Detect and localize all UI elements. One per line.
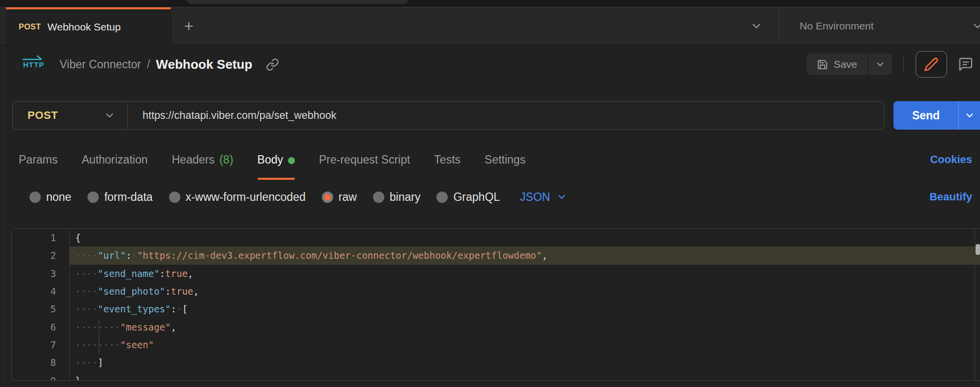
radio-icon — [169, 192, 180, 203]
radio-label: form-data — [104, 191, 152, 204]
tab-body[interactable]: Body — [258, 153, 295, 180]
tab-pre-request-script[interactable]: Pre-request Script — [319, 153, 410, 180]
method-chevron-down-icon — [104, 110, 115, 121]
tab-count-badge: (8) — [219, 153, 233, 166]
line-number: 4 — [12, 286, 69, 297]
comment-icon — [958, 56, 974, 72]
tab-label: Pre-request Script — [319, 153, 410, 166]
radio-label: binary — [390, 191, 421, 204]
comment-button[interactable] — [958, 56, 974, 72]
breadcrumb-request-title[interactable]: Webhook Setup — [156, 57, 252, 72]
save-button[interactable]: Save — [807, 54, 867, 75]
postman-window: POST Webhook Setup + No Environment HTTP… — [0, 0, 980, 387]
tab-params[interactable]: Params — [19, 153, 58, 180]
line-content: ····"url":·"https://cim-dev3.expertflow.… — [69, 247, 980, 264]
tab-settings[interactable]: Settings — [485, 153, 525, 180]
indent-guide — [99, 318, 99, 355]
tab-authorization[interactable]: Authorization — [82, 153, 147, 180]
line-number: 9 — [12, 375, 69, 381]
tab-label: Authorization — [82, 153, 147, 166]
body-type-none[interactable]: none — [29, 191, 71, 204]
environment-selector[interactable]: No Environment — [779, 7, 980, 45]
beautify-link[interactable]: Beautify — [929, 191, 972, 203]
code-line-3[interactable]: 3····"send_name":true, — [12, 265, 980, 282]
radio-icon — [29, 192, 41, 203]
tab-list-chevron-down-icon[interactable] — [750, 7, 763, 45]
line-content: ····"event_types":·[ — [69, 300, 980, 318]
radio-label: raw — [339, 191, 357, 204]
body-type-graphql[interactable]: GraphQL — [436, 191, 500, 204]
body-type-raw[interactable]: raw — [322, 191, 357, 204]
tab-headers[interactable]: Headers(8) — [172, 153, 233, 180]
code-line-2[interactable]: 2····"url":·"https://cim-dev3.expertflow… — [12, 247, 980, 264]
send-split-button: Send — [894, 101, 980, 130]
line-content: } — [69, 371, 980, 381]
code-line-4[interactable]: 4····"send_photo":true, — [12, 282, 980, 300]
tab-title: Webhook Setup — [48, 21, 121, 33]
link-icon[interactable] — [266, 58, 279, 71]
request-config-tabs: ParamsAuthorizationHeaders(8)BodyPre-req… — [0, 147, 980, 180]
pane-left-edge — [3, 45, 3, 387]
save-split-button: Save — [807, 54, 892, 75]
body-type-x-www-form-urlencoded[interactable]: x-www-form-urlencoded — [169, 191, 306, 204]
scrollbar-thumb[interactable] — [976, 244, 980, 255]
body-type-form-data[interactable]: form-data — [87, 191, 152, 204]
tab-label: Body — [258, 153, 283, 166]
breadcrumb-separator: / — [147, 58, 150, 71]
toolbar-actions: Save — [807, 51, 974, 78]
http-protocol-icon: HTTP — [23, 60, 44, 69]
line-number: 2 — [12, 250, 69, 261]
line-number: 3 — [12, 268, 69, 279]
breadcrumb-collection[interactable]: Viber Connector — [59, 58, 141, 71]
tab-tests[interactable]: Tests — [434, 153, 461, 180]
language-chevron-down-icon — [556, 192, 567, 202]
url-input[interactable]: https://chatapi.viber.com/pa/set_webhook — [143, 110, 336, 122]
url-divider — [127, 102, 128, 129]
method-label: POST — [28, 109, 58, 122]
line-content: { — [69, 229, 980, 247]
line-content: ····"send_name":true, — [69, 265, 980, 282]
radio-label: none — [46, 191, 71, 204]
code-line-8[interactable]: 8····] — [12, 354, 980, 371]
radio-label: GraphQL — [453, 191, 500, 204]
line-content: ········"message", — [69, 318, 980, 335]
environment-label: No Environment — [800, 20, 874, 32]
request-toolbar: HTTP Viber Connector / Webhook Setup Sav… — [0, 45, 980, 83]
body-code-editor[interactable]: 1{2····"url":·"https://cim-dev3.expertfl… — [11, 228, 980, 381]
line-number: 1 — [12, 232, 69, 243]
search-bar-bottom-edge — [187, 0, 408, 4]
line-number: 6 — [12, 322, 69, 332]
tab-label: Settings — [485, 153, 525, 166]
scrollbar-track-edge — [975, 229, 975, 380]
pencil-icon — [924, 57, 939, 72]
line-content: ········"seen" — [69, 336, 980, 354]
code-lines: 1{2····"url":·"https://cim-dev3.expertfl… — [12, 229, 980, 381]
tab-method-badge: POST — [19, 23, 41, 31]
url-bar: POST https://chatapi.viber.com/pa/set_we… — [12, 101, 884, 130]
new-tab-button[interactable]: + — [171, 7, 206, 45]
code-line-7[interactable]: 7········"seen" — [12, 336, 980, 354]
send-button[interactable]: Send — [894, 101, 958, 130]
line-content: ····"send_photo":true, — [69, 282, 980, 300]
language-dropdown[interactable]: JSON — [520, 191, 567, 204]
language-label: JSON — [520, 191, 550, 204]
code-line-1[interactable]: 1{ — [12, 229, 980, 247]
save-options-chevron-button[interactable] — [868, 54, 892, 75]
method-dropdown[interactable]: POST — [13, 109, 127, 122]
cookies-link[interactable]: Cookies — [930, 153, 972, 180]
radio-icon — [373, 192, 384, 203]
line-number: 5 — [12, 304, 69, 314]
environment-chevron-down-icon — [971, 20, 980, 32]
request-tab-bar: POST Webhook Setup + No Environment — [0, 7, 980, 45]
request-url-row: POST https://chatapi.viber.com/pa/set_we… — [0, 101, 980, 130]
code-line-9[interactable]: 9} — [12, 371, 980, 381]
request-tab-webhook-setup[interactable]: POST Webhook Setup — [6, 7, 171, 45]
body-type-binary[interactable]: binary — [373, 191, 421, 204]
code-line-6[interactable]: 6········"message", — [12, 318, 980, 335]
tab-label: Params — [19, 153, 58, 166]
send-options-chevron-button[interactable] — [958, 101, 980, 130]
code-line-5[interactable]: 5····"event_types":·[ — [12, 300, 980, 318]
tab-label: Headers — [172, 153, 215, 166]
tab-bar-spacer — [206, 7, 750, 45]
edit-pencil-button[interactable] — [916, 51, 947, 78]
